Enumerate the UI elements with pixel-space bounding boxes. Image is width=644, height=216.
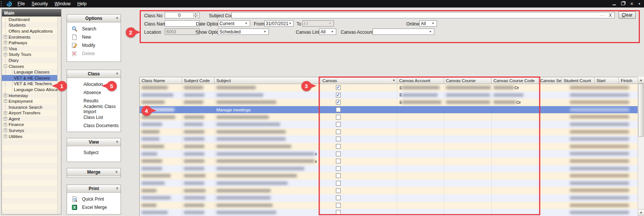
sidebar-item-study-tours[interactable]: +Study Tours bbox=[2, 52, 58, 58]
ellipsis-button[interactable]: ··· bbox=[599, 13, 605, 18]
spinner-arrows-icon[interactable]: ▲▼ bbox=[193, 12, 198, 19]
sidebar-item-language-class-allocation[interactable]: Language Class Allocation bbox=[2, 87, 58, 93]
location-dropdown[interactable]: 6003 ▼ bbox=[165, 28, 200, 35]
checkbox-unchecked[interactable] bbox=[336, 136, 341, 141]
new-button[interactable]: New bbox=[67, 33, 121, 41]
canvas-link-dropdown[interactable]: All ▼ bbox=[319, 28, 336, 35]
sidebar-item-finance[interactable]: +Finance bbox=[2, 122, 58, 128]
sidebar-item-visa[interactable]: +Visa bbox=[2, 46, 58, 52]
sidebar-item-insurance-search[interactable]: Insurance Search bbox=[2, 104, 58, 110]
column-filter-icon[interactable]: ▼ bbox=[392, 79, 397, 82]
expand-plus-icon[interactable]: + bbox=[4, 129, 7, 132]
table-row[interactable] bbox=[140, 121, 638, 128]
column-header-canvas-secti[interactable]: Canvas Secti bbox=[538, 77, 562, 84]
table-row[interactable] bbox=[140, 187, 638, 194]
checkbox-unchecked[interactable] bbox=[336, 159, 341, 164]
expand-plus-icon[interactable]: + bbox=[4, 123, 7, 126]
menu-window[interactable]: Window bbox=[51, 0, 74, 7]
view-panel-header[interactable]: View » bbox=[67, 138, 121, 146]
table-row[interactable] bbox=[140, 165, 638, 172]
class-panel-header[interactable]: Class » bbox=[67, 70, 121, 78]
checkbox-unchecked[interactable] bbox=[336, 203, 341, 208]
table-row[interactable] bbox=[140, 202, 638, 209]
checkbox-unchecked[interactable] bbox=[336, 173, 341, 178]
academic-class-import-button[interactable]: Academic Class Import bbox=[67, 105, 121, 113]
table-row[interactable] bbox=[140, 128, 638, 136]
sidebar-item-vet-he-teachers[interactable]: VET & HE Teachers bbox=[2, 81, 58, 87]
column-header-canvas-course[interactable]: Canvas Course bbox=[444, 77, 492, 84]
checkbox-unchecked[interactable] bbox=[336, 152, 341, 156]
expand-plus-icon[interactable]: + bbox=[4, 47, 7, 50]
checkbox-unchecked[interactable] bbox=[336, 107, 341, 112]
titlebar-menu-caret-icon[interactable]: ▾ bbox=[638, 2, 640, 6]
checkbox-unchecked[interactable] bbox=[336, 144, 341, 149]
checkbox-checked[interactable]: ✓ bbox=[336, 100, 341, 105]
checkbox-unchecked[interactable] bbox=[336, 181, 341, 186]
column-header-class-name[interactable]: Class Name bbox=[140, 77, 182, 84]
column-header-canvas-account[interactable]: Canvas Account bbox=[397, 77, 444, 84]
table-row[interactable]: s bbox=[140, 150, 638, 158]
column-header-start[interactable]: Start bbox=[595, 77, 619, 84]
table-row[interactable]: ✓EOr bbox=[140, 84, 638, 92]
column-header-canvas-course-code[interactable]: Canvas Course Code bbox=[492, 77, 538, 84]
canvas-account-dropdown[interactable]: ▼ bbox=[373, 28, 434, 35]
clear-field-button[interactable]: X bbox=[609, 13, 612, 18]
checkbox-unchecked[interactable] bbox=[336, 115, 341, 120]
sidebar-item-airport-transfers[interactable]: +Airport Transfers bbox=[2, 110, 58, 116]
excel-merge-button[interactable]: Excel Merge bbox=[67, 203, 121, 212]
expand-plus-icon[interactable]: + bbox=[4, 99, 7, 103]
sidebar-item-classes[interactable]: −Classes bbox=[2, 63, 58, 69]
table-row[interactable]: ✓E bbox=[140, 92, 638, 99]
checkbox-unchecked[interactable] bbox=[336, 129, 341, 134]
class-no-spinner[interactable]: 0 ▲▼ bbox=[165, 12, 200, 18]
restore-button[interactable] bbox=[621, 2, 625, 6]
sidebar-item-vet-he-classes[interactable]: VET & HE Classes bbox=[2, 75, 58, 81]
table-row[interactable]: s bbox=[140, 158, 638, 165]
search-button[interactable]: Search bbox=[67, 25, 121, 33]
column-header-student-count[interactable]: Student Count bbox=[562, 77, 595, 84]
menu-help[interactable]: Help bbox=[74, 0, 90, 7]
table-row[interactable] bbox=[140, 172, 638, 180]
show-option-dropdown[interactable]: Scheduled ▼ bbox=[218, 28, 269, 35]
sidebar-item-students[interactable]: Students bbox=[2, 22, 58, 28]
column-header-canvas[interactable]: Canvas▼ bbox=[321, 77, 397, 84]
subject-code-input[interactable]: ··· X bbox=[231, 12, 615, 18]
collapse-minus-icon[interactable]: − bbox=[4, 64, 7, 68]
online-dropdown[interactable]: All ▼ bbox=[419, 20, 437, 27]
scrollbar-thumb[interactable] bbox=[638, 84, 644, 137]
sidebar-item-offers-and-applications[interactable]: Offers and Applications bbox=[2, 28, 58, 34]
checkbox-checked[interactable]: ✓ bbox=[336, 85, 341, 90]
checkbox-unchecked[interactable] bbox=[336, 188, 341, 193]
checkbox-unchecked[interactable] bbox=[336, 122, 341, 127]
table-row[interactable]: ✓EOr bbox=[140, 99, 638, 106]
menu-security[interactable]: Security bbox=[28, 0, 51, 7]
table-row[interactable] bbox=[140, 113, 638, 121]
quick-print-button[interactable]: Quick Print bbox=[67, 195, 121, 203]
table-row[interactable] bbox=[140, 180, 638, 187]
minimize-button[interactable] bbox=[613, 2, 616, 6]
date-option-dropdown[interactable]: Current ▼ bbox=[218, 20, 250, 27]
menu-file[interactable]: File bbox=[14, 0, 28, 7]
to-date-dropdown[interactable]: / / ▼ bbox=[303, 20, 334, 27]
options-panel-header[interactable]: Options » bbox=[67, 15, 121, 22]
expand-plus-icon[interactable]: + bbox=[4, 41, 7, 44]
checkbox-unchecked[interactable] bbox=[336, 195, 341, 200]
expand-plus-icon[interactable]: + bbox=[4, 117, 7, 120]
sidebar-item-agent[interactable]: +Agent bbox=[2, 116, 58, 122]
checkbox-unchecked[interactable] bbox=[336, 210, 341, 215]
expand-plus-icon[interactable]: + bbox=[4, 53, 7, 56]
class-documents-button[interactable]: Class Documents bbox=[67, 122, 121, 130]
sidebar-item-diary[interactable]: Diary bbox=[2, 57, 58, 63]
merge-panel-header[interactable]: Merge » bbox=[67, 168, 121, 176]
clear-button[interactable]: Clear bbox=[619, 11, 636, 19]
from-date-dropdown[interactable]: 31/07/2021 ▼ bbox=[264, 20, 294, 27]
delete-button[interactable]: Delete bbox=[67, 50, 121, 58]
vertical-scrollbar[interactable]: ▲ ▼ bbox=[638, 77, 644, 216]
table-row[interactable]: Manage meetings bbox=[140, 106, 638, 114]
expand-plus-icon[interactable]: + bbox=[4, 111, 7, 115]
print-panel-header[interactable]: Print » bbox=[67, 185, 121, 193]
modify-button[interactable]: Modify bbox=[67, 41, 121, 50]
scroll-down-button[interactable]: ▼ bbox=[638, 209, 644, 216]
expand-plus-icon[interactable]: + bbox=[4, 135, 7, 138]
class-list-button[interactable]: Class List bbox=[67, 113, 121, 122]
